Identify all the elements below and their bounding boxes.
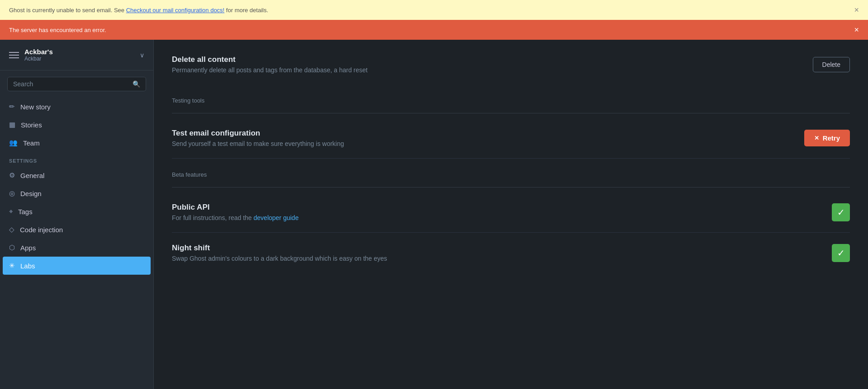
testing-tools-label: Testing tools — [172, 84, 850, 108]
delete-content-row: Delete all content Permanently delete al… — [172, 44, 850, 84]
developer-guide-link[interactable]: developer guide — [254, 214, 299, 221]
apps-icon: ⬡ — [9, 244, 15, 252]
search-icon: 🔍 — [133, 80, 140, 88]
site-info: Ackbar's Ackbar — [9, 48, 53, 62]
search-input[interactable] — [13, 80, 129, 88]
site-name: Ackbar's — [24, 48, 53, 56]
labs-icon: ✳ — [9, 262, 15, 270]
sidebar-item-label: Team — [23, 139, 40, 147]
team-icon: 👥 — [9, 139, 18, 147]
site-sub: Ackbar — [24, 56, 53, 62]
night-shift-desc: Swap Ghost admin's colours to a dark bac… — [172, 255, 579, 262]
test-email-title: Test email configuration — [172, 129, 579, 138]
code-icon: ◇ — [9, 225, 14, 234]
sidebar-item-label: Design — [20, 190, 42, 197]
delete-content-info: Delete all content Permanently delete al… — [172, 55, 579, 74]
sidebar-header: Ackbar's Ackbar ∨ — [0, 40, 153, 70]
chevron-down-icon[interactable]: ∨ — [140, 52, 144, 59]
nav-settings: ⚙ General ◎ Design ⌖ Tags ◇ Code injecti… — [0, 166, 153, 275]
sidebar-item-design[interactable]: ◎ Design — [0, 184, 153, 202]
sidebar-item-label: Labs — [20, 262, 35, 270]
sidebar-item-stories[interactable]: ▦ Stories — [0, 116, 153, 134]
banner-red-close[interactable]: × — [854, 25, 859, 35]
sidebar-item-new-story[interactable]: ✏ New story — [0, 98, 153, 116]
sidebar-item-tags[interactable]: ⌖ Tags — [0, 202, 153, 220]
night-shift-row: Night shift Swap Ghost admin's colours t… — [172, 233, 850, 273]
sidebar-item-apps[interactable]: ⬡ Apps — [0, 239, 153, 257]
night-shift-toggle[interactable]: ✓ — [832, 244, 850, 262]
server-error-banner: The server has encountered an error. × — [0, 20, 868, 40]
gear-icon: ⚙ — [9, 171, 15, 179]
test-email-desc: Send yourself a test email to make sure … — [172, 140, 579, 147]
search-container: 🔍 — [0, 70, 153, 98]
tag-icon: ⌖ — [9, 207, 13, 216]
pen-icon: ✏ — [9, 103, 15, 111]
public-api-desc: For full instructions, read the develope… — [172, 214, 579, 221]
test-email-info: Test email configuration Send yourself a… — [172, 129, 579, 147]
stories-icon: ▦ — [9, 121, 15, 129]
public-api-title: Public API — [172, 203, 579, 212]
night-shift-info: Night shift Swap Ghost admin's colours t… — [172, 244, 579, 262]
delete-button[interactable]: Delete — [813, 57, 850, 72]
night-shift-title: Night shift — [172, 244, 579, 253]
x-icon: ✕ — [814, 135, 819, 141]
main-content: Delete all content Permanently delete al… — [154, 40, 868, 389]
delete-content-desc: Permanently delete all posts and tags fr… — [172, 66, 579, 74]
design-icon: ◎ — [9, 189, 15, 197]
banner-yellow-text: Ghost is currently unable to send email.… — [9, 7, 268, 14]
sidebar-item-label: New story — [20, 103, 51, 111]
sidebar-item-label: Apps — [20, 244, 36, 252]
site-name-block: Ackbar's Ackbar — [24, 48, 53, 62]
sidebar-item-code-injection[interactable]: ◇ Code injection — [0, 220, 153, 239]
sidebar: Ackbar's Ackbar ∨ 🔍 ✏ New story ▦ Storie… — [0, 40, 154, 389]
retry-button[interactable]: ✕ Retry — [804, 130, 850, 146]
public-api-toggle[interactable]: ✓ — [832, 203, 850, 221]
testing-separator — [172, 113, 850, 113]
banner-red-text: The server has encountered an error. — [9, 27, 106, 33]
public-api-info: Public API For full instructions, read t… — [172, 203, 579, 221]
settings-section-label: SETTINGS — [0, 152, 153, 166]
mail-config-docs-link[interactable]: Checkout our mail configuration docs! — [126, 7, 225, 14]
nav-primary: ✏ New story ▦ Stories 👥 Team — [0, 98, 153, 152]
beta-separator — [172, 187, 850, 187]
search-wrap: 🔍 — [7, 77, 146, 91]
mail-warning-banner: Ghost is currently unable to send email.… — [0, 0, 868, 20]
sidebar-item-label: Code injection — [20, 226, 63, 234]
sidebar-item-label: General — [20, 172, 44, 179]
hamburger-icon[interactable] — [9, 52, 19, 58]
test-email-row: Test email configuration Send yourself a… — [172, 118, 850, 159]
sidebar-item-label: Tags — [18, 208, 33, 216]
beta-features-label: Beta features — [172, 159, 850, 183]
sidebar-item-label: Stories — [21, 121, 42, 129]
sidebar-item-general[interactable]: ⚙ General — [0, 166, 153, 184]
delete-content-title: Delete all content — [172, 55, 579, 64]
banner-yellow-close[interactable]: × — [854, 5, 859, 15]
public-api-row: Public API For full instructions, read t… — [172, 192, 850, 233]
sidebar-item-labs[interactable]: ✳ Labs — [3, 257, 151, 275]
sidebar-item-team[interactable]: 👥 Team — [0, 134, 153, 152]
